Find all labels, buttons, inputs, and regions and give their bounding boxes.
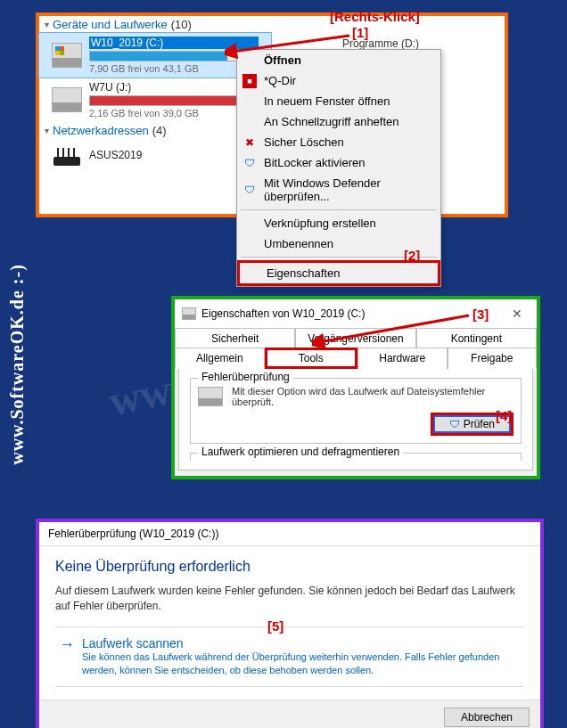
ctx-open[interactable]: Öffnen: [237, 50, 440, 70]
drive-free-text: 7,90 GB frei von 43,1 GB: [89, 63, 259, 74]
section-devices-count: (10): [171, 18, 192, 31]
arrow-icon: →: [59, 636, 75, 652]
section-network-label: Netzwerkadressen: [53, 124, 149, 137]
ctx-secure-delete[interactable]: ✖Sicher Löschen: [237, 132, 440, 152]
properties-dialog: Eigenschaften von W10_2019 (C:) ✕ Sicher…: [171, 296, 540, 479]
tab-previous-versions[interactable]: Vorgängerversionen: [295, 328, 415, 348]
error-check-dialog: Fehlerüberprüfung (W10_2019 (C:)) Keine …: [36, 519, 544, 728]
drive-name: W7U (J:): [89, 81, 259, 94]
router-icon: [52, 143, 82, 168]
tab-general[interactable]: Allgemein: [175, 348, 265, 369]
ctx-pin-quick[interactable]: An Schnellzugriff anheften: [237, 111, 440, 132]
tab-quota[interactable]: Kontingent: [416, 328, 537, 348]
ctx-properties[interactable]: Eigenschaften: [237, 260, 440, 286]
drive-capacity-bar: [89, 51, 259, 61]
drive-d[interactable]: Programme (D:): [342, 37, 419, 50]
drive-icon: [182, 307, 196, 320]
delete-icon: ✖: [242, 135, 257, 150]
tab-hardware[interactable]: Hardware: [357, 348, 448, 369]
link-title: Laufwerk scannen: [82, 636, 521, 650]
section-network-count: (4): [152, 124, 167, 137]
tab-sharing[interactable]: Freigabe: [448, 348, 538, 369]
section-devices[interactable]: ▾ Geräte und Laufwerke (10): [39, 16, 505, 33]
check-button[interactable]: 🛡Prüfen: [431, 413, 514, 436]
ctx-new-window[interactable]: In neuem Fenster öffnen: [237, 91, 440, 111]
drive-name: W10_2019 (C:): [89, 37, 259, 49]
tab-strip: Sicherheit Vorgängerversionen Kontingent…: [175, 328, 537, 369]
group-title: Fehlerüberprüfung: [198, 371, 293, 383]
chevron-down-icon: ▾: [45, 126, 49, 135]
group-title: Laufwerk optimieren und defragmentieren: [198, 446, 403, 458]
dialog-title: Eigenschaften von W10_2019 (C:): [201, 307, 365, 320]
dialog-heading: Keine Überprüfung erforderlich: [55, 559, 524, 575]
dialog-text: Auf diesem Laufwerk wurden keine Fehler …: [55, 584, 524, 614]
sidebar-url: www.SoftwareOK.de :-): [7, 264, 28, 465]
context-menu: Öffnen ■*Q-Dir In neuem Fenster öffnen A…: [236, 49, 441, 287]
drive-capacity-bar: [89, 95, 259, 106]
shield-icon: 🛡: [449, 418, 460, 430]
ctx-bitlocker[interactable]: 🛡BitLocker aktivieren: [237, 152, 440, 173]
drive-icon: [52, 43, 82, 68]
error-check-group: Fehlerüberprüfung Mit dieser Option wird…: [190, 378, 522, 444]
drive-free-text: 2,16 GB frei von 39,0 GB: [89, 108, 259, 119]
tab-tools[interactable]: Tools: [265, 348, 358, 369]
separator: [241, 209, 437, 210]
section-devices-label: Geräte und Laufwerke: [53, 18, 168, 31]
titlebar: Eigenschaften von W10_2019 (C:) ✕: [175, 299, 537, 328]
close-button[interactable]: ✕: [505, 305, 530, 323]
link-subtitle: Sie können das Laufwerk während der Über…: [82, 650, 521, 678]
shield-icon: 🛡: [242, 156, 257, 170]
chevron-down-icon: ▾: [45, 20, 49, 29]
optimize-group: Laufwerk optimieren und defragmentieren: [190, 453, 522, 461]
network-name: ASUS2019: [89, 149, 241, 161]
ctx-shortcut[interactable]: Verknüpfung erstellen: [237, 213, 440, 233]
drive-icon: [198, 387, 223, 406]
drive-icon: [52, 87, 82, 112]
dialog-title: Fehlerüberprüfung (W10_2019 (C:)): [39, 522, 540, 546]
tab-security[interactable]: Sicherheit: [175, 328, 295, 348]
network-device[interactable]: ASUS2019: [39, 139, 253, 171]
ctx-rename[interactable]: Umbenennen: [237, 233, 440, 254]
ctx-defender[interactable]: 🛡Mit Windows Defender überprüfen...: [237, 173, 440, 207]
qdir-icon: ■: [242, 74, 257, 88]
error-check-desc: Mit dieser Option wird das Laufwerk auf …: [232, 386, 514, 407]
scan-drive-link[interactable]: → Laufwerk scannen Sie können das Laufwe…: [55, 626, 524, 688]
shield-icon: 🛡: [242, 183, 257, 197]
cancel-button[interactable]: Abbrechen: [444, 708, 530, 727]
separator: [241, 257, 437, 258]
ctx-qdir[interactable]: ■*Q-Dir: [237, 70, 440, 91]
